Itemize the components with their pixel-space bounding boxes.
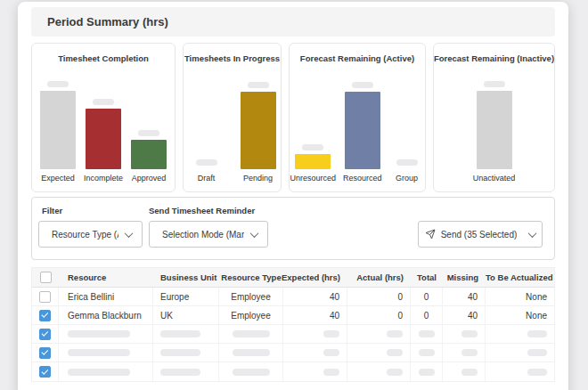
- cell-expected-hrs: [283, 362, 347, 381]
- skeleton-placeholder: [323, 369, 339, 376]
- skeleton-placeholder: [160, 369, 200, 376]
- cell-to-be-actualized: None: [486, 288, 554, 305]
- resource-table: Resource Business Unit Resource Type Exp…: [31, 267, 555, 382]
- cell-total: [411, 325, 443, 343]
- table-header-row: Resource Business Unit Resource Type Exp…: [32, 268, 554, 288]
- row-checkbox[interactable]: [39, 291, 51, 303]
- bar-group-group: Group: [388, 159, 427, 183]
- resource-type-dropdown[interactable]: Resource Type (All): [38, 221, 143, 248]
- bar-chart-forecast-inactive: Unactivated: [471, 81, 518, 183]
- table-row-skeleton: [32, 325, 554, 344]
- table-row: Erica Bellini Europe Employee 40 0 0 40 …: [32, 288, 554, 306]
- value-placeholder: [138, 130, 159, 136]
- skeleton-placeholder: [387, 349, 403, 356]
- bar-group-resourced: Resourced: [341, 82, 384, 183]
- select-all-checkbox[interactable]: [40, 272, 52, 283]
- check-icon: [41, 311, 47, 317]
- section-header: Period Summary (hrs): [31, 7, 555, 37]
- bar-label: Unresourced: [290, 174, 336, 183]
- summary-card-forecast-remaining-inactive: Forecast Remaining (Inactive) Unactivate…: [433, 43, 555, 192]
- cell-actual-hrs: 0: [347, 306, 411, 324]
- row-checkbox[interactable]: [39, 366, 51, 378]
- check-icon: [41, 329, 47, 336]
- cell-business-unit: [153, 344, 219, 362]
- skeleton-placeholder: [461, 330, 478, 337]
- skeleton-placeholder: [527, 349, 547, 356]
- chevron-down-icon: [528, 229, 537, 238]
- main-panel: Period Summary (hrs) Timesheet Completio…: [18, 2, 568, 390]
- cell-total: [411, 362, 443, 381]
- cell-resource-type: [219, 362, 283, 381]
- resource-type-dropdown-value: Resource Type (All): [52, 230, 118, 240]
- skeleton-placeholder: [68, 349, 130, 356]
- filter-label: Filter: [42, 206, 62, 215]
- bar-group-unactivated: Unactivated: [471, 81, 518, 183]
- send-reminder-label: Send Timesheet Reminder: [149, 206, 255, 215]
- chevron-down-icon: [250, 229, 259, 238]
- cell-to-be-actualized: [486, 344, 554, 362]
- bar-label: Resourced: [343, 174, 382, 183]
- bar-chart-forecast-active: Unresourced Resourced Group: [288, 82, 426, 183]
- check-icon: [41, 368, 47, 374]
- column-header-to-be-actualized: To Be Actualized: [486, 268, 559, 287]
- filter-toolbar: Filter Resource Type (All) Send Timeshee…: [31, 197, 555, 260]
- cell-resource-type: [219, 325, 283, 343]
- skeleton-placeholder: [323, 349, 339, 356]
- cell-actual-hrs: 0: [347, 288, 411, 305]
- table-row: Gemma Blackburn UK Employee 40 0 0 40 No…: [32, 306, 554, 325]
- value-placeholder: [93, 99, 114, 105]
- bar-group-incomplete: Incomplete: [82, 99, 125, 183]
- column-header-missing: Missing: [443, 268, 486, 287]
- table-row-skeleton: [32, 362, 554, 381]
- skeleton-placeholder: [419, 330, 435, 337]
- cell-to-be-actualized: [486, 362, 554, 381]
- row-checkbox[interactable]: [39, 347, 51, 359]
- value-placeholder: [396, 159, 418, 166]
- bar-chart-timesheets-in-progress: Draft Pending: [187, 82, 278, 183]
- chart-title: Forecast Remaining (Inactive): [434, 53, 554, 63]
- cell-resource-type: Employee: [219, 306, 283, 324]
- selection-mode-dropdown[interactable]: Selection Mode (Manual: [149, 221, 268, 248]
- bar-label: Pending: [243, 174, 273, 183]
- column-header-total: Total: [411, 268, 443, 287]
- value-placeholder: [302, 144, 323, 150]
- column-header-expected-hrs: Expected (hrs): [283, 268, 347, 287]
- cell-total: [411, 344, 443, 362]
- row-checkbox[interactable]: [39, 310, 51, 321]
- bar-expected: [40, 91, 76, 169]
- skeleton-placeholder: [387, 369, 403, 376]
- cell-total: 0: [411, 306, 443, 324]
- value-placeholder: [484, 81, 505, 87]
- cell-resource: [59, 362, 153, 381]
- cell-business-unit: Europe: [153, 288, 219, 305]
- chart-title: Forecast Remaining (Active): [300, 53, 414, 63]
- bar-label: Group: [396, 174, 418, 183]
- table-row-skeleton: [32, 344, 554, 362]
- skeleton-placeholder: [160, 330, 200, 337]
- bar-pending: [241, 92, 276, 169]
- cell-missing: [443, 344, 486, 362]
- skeleton-placeholder: [419, 369, 435, 376]
- skeleton-placeholder: [68, 369, 130, 376]
- bar-incomplete: [86, 109, 121, 169]
- bar-resourced: [345, 92, 380, 169]
- summary-card-forecast-remaining-active: Forecast Remaining (Active) Unresourced …: [289, 43, 426, 192]
- send-button[interactable]: Send (35 Selected): [418, 221, 543, 248]
- bar-label: Expected: [41, 174, 75, 183]
- column-header-business-unit: Business Unit: [153, 268, 219, 287]
- cell-total: 0: [411, 288, 443, 305]
- skeleton-placeholder: [461, 349, 478, 356]
- cell-actual-hrs: [347, 325, 411, 343]
- cell-expected-hrs: 40: [283, 288, 347, 305]
- selection-mode-dropdown-value: Selection Mode (Manual: [162, 230, 244, 240]
- cell-resource-type: Employee: [219, 288, 283, 305]
- cell-business-unit: [153, 362, 219, 381]
- cell-to-be-actualized: [486, 325, 554, 343]
- bar-group-pending: Pending: [239, 82, 278, 183]
- bar-group-approved: Approved: [129, 130, 168, 183]
- row-checkbox[interactable]: [39, 329, 51, 340]
- chart-title: Timesheets In Progress: [184, 53, 280, 63]
- skeleton-placeholder: [419, 349, 435, 356]
- cell-resource: [59, 344, 153, 362]
- check-icon: [41, 348, 47, 354]
